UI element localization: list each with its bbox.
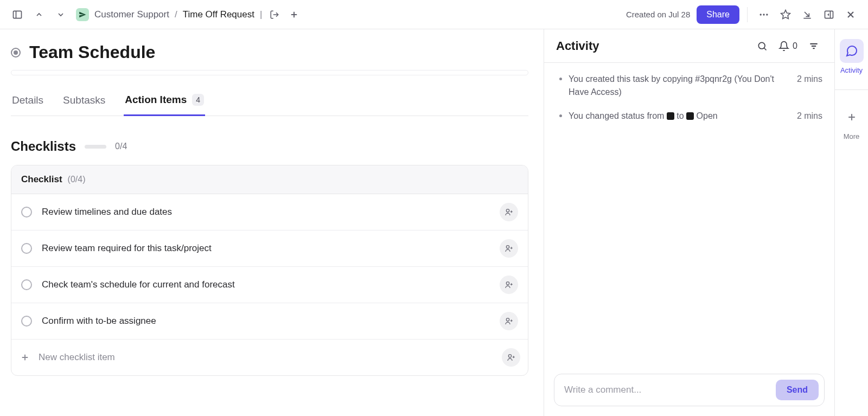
breadcrumb: Customer Support / Time Off Request | <box>76 8 301 22</box>
svg-rect-0 <box>14 11 22 18</box>
svg-marker-8 <box>781 10 790 18</box>
checklist-item-text: Confirm with to-be assignee <box>42 316 490 327</box>
share-button[interactable]: Share <box>697 5 739 24</box>
bullet-icon <box>559 78 562 80</box>
status-swatch-from <box>667 112 674 120</box>
main-panel: Team Schedule Details Subtasks Action It… <box>0 29 544 416</box>
notifications-count: 0 <box>793 41 797 51</box>
svg-point-29 <box>508 355 511 357</box>
send-button[interactable]: Send <box>776 380 819 400</box>
breadcrumb-current[interactable]: Time Off Request <box>183 9 254 20</box>
prev-task-icon[interactable] <box>30 6 48 23</box>
bullet-icon <box>559 114 562 117</box>
assign-user-icon[interactable] <box>500 276 518 294</box>
activity-header: Activity 0 <box>544 29 834 63</box>
plus-icon <box>19 353 31 362</box>
collapse-down-icon[interactable] <box>799 6 816 23</box>
collapsed-fields-box[interactable] <box>11 70 528 75</box>
svg-point-24 <box>506 318 509 321</box>
svg-line-9 <box>805 12 809 16</box>
tabs: Details Subtasks Action Items 4 <box>11 94 528 116</box>
breadcrumb-parent[interactable]: Customer Support <box>94 9 169 20</box>
checklist-card-title: Checklist <box>21 174 62 185</box>
activity-entry-time: 2 mins <box>797 110 822 123</box>
created-on-text: Created on Jul 28 <box>626 10 690 19</box>
checklists-progress-count: 0/4 <box>115 142 127 151</box>
checklist-item[interactable]: Confirm with to-be assignee <box>11 303 528 340</box>
activity-entry-text: You created this task by copying #3pqnr2… <box>569 73 790 99</box>
tab-action-items-label: Action Items <box>125 94 187 106</box>
plus-icon <box>840 105 864 129</box>
checklist-item-text: Review timelines and due dates <box>42 207 490 217</box>
checklist-card-count: (0/4) <box>68 175 86 184</box>
svg-point-15 <box>506 209 509 212</box>
svg-rect-11 <box>825 11 833 18</box>
new-checklist-item-row[interactable]: New checklist item <box>11 340 528 375</box>
checklist-checkbox[interactable] <box>21 207 32 217</box>
svg-line-33 <box>764 48 767 50</box>
tab-action-items-count: 4 <box>192 94 204 106</box>
filter-icon[interactable] <box>805 37 822 55</box>
comment-box: Send <box>554 374 825 406</box>
right-rail: Activity More <box>834 29 868 416</box>
topbar-divider <box>747 7 748 22</box>
status-swatch-to <box>686 112 694 120</box>
new-checklist-item-placeholder: New checklist item <box>39 352 115 363</box>
comment-input[interactable] <box>564 385 770 395</box>
expand-panel-icon[interactable] <box>820 6 838 23</box>
svg-point-7 <box>766 14 768 15</box>
assign-user-icon[interactable] <box>500 239 518 258</box>
add-breadcrumb-icon[interactable] <box>287 8 301 22</box>
svg-point-32 <box>758 42 765 49</box>
tab-action-items[interactable]: Action Items 4 <box>124 94 205 116</box>
status-indicator-icon[interactable] <box>11 48 21 57</box>
checklist-item-text: Check team's schedule for current and fo… <box>42 279 490 290</box>
rail-activity-button[interactable]: Activity <box>840 39 864 74</box>
more-menu-icon[interactable] <box>755 6 773 23</box>
search-icon[interactable] <box>754 37 771 55</box>
assign-user-icon[interactable] <box>502 348 520 367</box>
checklist-card-header[interactable]: Checklist (0/4) <box>11 165 528 194</box>
rail-more-label: More <box>844 132 860 140</box>
close-icon[interactable] <box>842 6 859 23</box>
task-title[interactable]: Team Schedule <box>29 42 155 62</box>
checklist-item[interactable]: Review timelines and due dates <box>11 194 528 231</box>
move-task-icon[interactable] <box>267 8 282 22</box>
favorite-icon[interactable] <box>777 6 794 23</box>
rail-activity-label: Activity <box>840 66 863 74</box>
breadcrumb-separator: / <box>175 9 177 20</box>
checklists-section-title: Checklists <box>11 139 76 154</box>
activity-feed: You created this task by copying #3pqnr2… <box>544 63 834 366</box>
breadcrumb-divider: | <box>260 9 262 20</box>
activity-panel: Activity 0 You created this task by copy… <box>544 29 834 416</box>
assign-user-icon[interactable] <box>500 203 518 221</box>
checklist-checkbox[interactable] <box>21 316 32 327</box>
checklist-checkbox[interactable] <box>21 243 32 254</box>
chat-icon <box>840 39 864 63</box>
tab-subtasks[interactable]: Subtasks <box>62 94 106 115</box>
topbar: Customer Support / Time Off Request | Cr… <box>0 0 868 29</box>
activity-entry-text: You changed status from to Open <box>569 110 790 123</box>
space-icon[interactable] <box>76 8 89 21</box>
tab-details[interactable]: Details <box>11 94 44 115</box>
activity-entry: You changed status from to Open 2 mins <box>556 110 822 123</box>
activity-entry: You created this task by copying #3pqnr2… <box>556 73 822 99</box>
next-task-icon[interactable] <box>52 6 69 23</box>
rail-more-button[interactable]: More <box>840 105 864 140</box>
activity-title: Activity <box>556 39 746 53</box>
sidebar-toggle-icon[interactable] <box>9 6 26 23</box>
svg-point-21 <box>506 282 509 285</box>
assign-user-icon[interactable] <box>500 312 518 330</box>
activity-entry-time: 2 mins <box>797 73 822 99</box>
svg-point-6 <box>763 14 764 15</box>
checklist-checkbox[interactable] <box>21 279 32 290</box>
checklist-card: Checklist (0/4) Review timelines and due… <box>11 165 528 376</box>
checklist-item-text: Review team required for this task/proje… <box>42 243 490 254</box>
svg-point-18 <box>506 246 509 248</box>
checklist-item[interactable]: Check team's schedule for current and fo… <box>11 267 528 303</box>
notifications-button[interactable]: 0 <box>778 41 797 52</box>
checklists-progress-bar <box>85 145 106 149</box>
svg-point-5 <box>760 14 762 15</box>
checklist-item[interactable]: Review team required for this task/proje… <box>11 231 528 267</box>
